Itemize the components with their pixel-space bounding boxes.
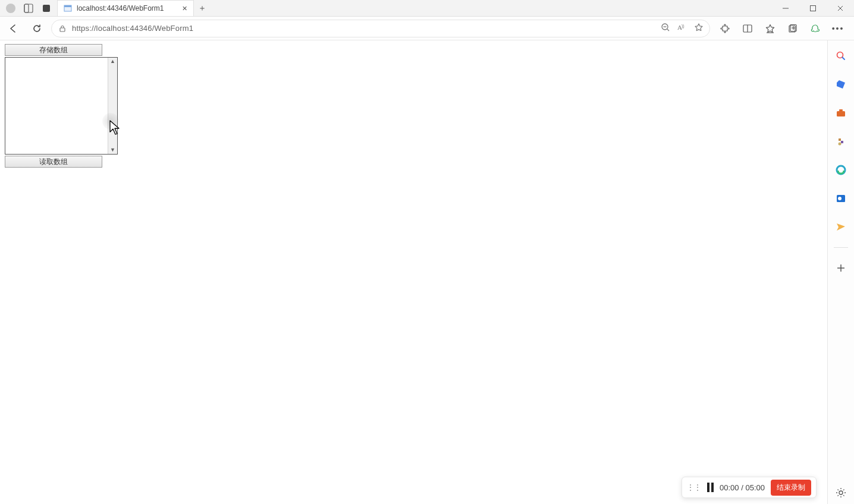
sidebar-send-icon[interactable] <box>833 219 849 235</box>
sidebar-search-icon[interactable] <box>833 48 849 64</box>
tab-actions-icon[interactable] <box>42 4 51 13</box>
svg-rect-9 <box>60 28 65 32</box>
browser-titlebar: localhost:44346/WebForm1 ✕ ＋ <box>0 0 854 17</box>
svg-point-29 <box>838 197 842 200</box>
browser-tab[interactable]: localhost:44346/WebForm1 ✕ <box>57 0 194 16</box>
extensions-icon[interactable] <box>715 18 735 39</box>
svg-rect-4 <box>64 5 71 7</box>
tab-favicon-icon <box>64 4 72 12</box>
url-actions: A)) <box>661 23 704 34</box>
pause-bar-icon <box>707 483 709 492</box>
back-button[interactable] <box>4 19 23 38</box>
svg-point-32 <box>839 491 843 494</box>
collections-icon[interactable] <box>783 18 803 39</box>
svg-text:)): )) <box>682 24 685 29</box>
sidebar-divider <box>834 247 848 248</box>
svg-line-12 <box>667 29 669 31</box>
recorder-pause-button[interactable] <box>707 483 714 492</box>
close-window-button[interactable] <box>827 0 854 16</box>
zoom-out-icon[interactable] <box>661 23 670 34</box>
listbox-content <box>5 58 108 154</box>
window-controls <box>772 0 854 16</box>
minimize-button[interactable] <box>772 0 799 16</box>
array-listbox[interactable]: ▲ ▼ <box>5 57 118 155</box>
pause-bar-icon <box>711 483 714 492</box>
svg-rect-2 <box>43 5 50 12</box>
load-array-button[interactable]: 读取数组 <box>5 156 102 168</box>
screen-recorder-bar: ⋮⋮ 00:00 / 05:00 结束录制 <box>682 477 817 498</box>
save-array-button[interactable]: 存储数组 <box>5 44 102 56</box>
read-aloud-icon[interactable]: A)) <box>677 23 687 34</box>
tab-title: localhost:44346/WebForm1 <box>77 4 177 12</box>
favorite-star-icon[interactable] <box>694 23 704 34</box>
toolbar-actions: ••• <box>715 18 850 39</box>
recorder-drag-handle-icon[interactable]: ⋮⋮ <box>687 483 701 492</box>
favorites-icon[interactable] <box>760 18 780 39</box>
tab-close-icon[interactable]: ✕ <box>182 5 187 12</box>
svg-point-26 <box>839 143 842 146</box>
scroll-down-icon[interactable]: ▼ <box>110 147 115 153</box>
browser-sidebar <box>828 40 854 504</box>
sidebar-settings-icon[interactable] <box>833 487 849 504</box>
split-screen-icon[interactable] <box>737 18 758 39</box>
sidebar-games-icon[interactable] <box>833 133 849 150</box>
refresh-button[interactable] <box>27 19 46 38</box>
workspaces-icon[interactable] <box>24 4 33 13</box>
sidebar-edge-icon[interactable] <box>833 162 849 178</box>
sidebar-shopping-icon[interactable] <box>833 76 849 93</box>
recorder-elapsed: 00:00 <box>720 483 739 492</box>
listbox-scrollbar[interactable]: ▲ ▼ <box>108 58 117 154</box>
sidebar-add-icon[interactable] <box>833 260 849 276</box>
profile-icon[interactable] <box>6 4 15 13</box>
url-text: https://localhost:44346/WebForm1 <box>72 24 656 33</box>
sidebar-outlook-icon[interactable] <box>833 190 849 207</box>
webform-content: 存储数组 ▲ ▼ 读取数组 <box>0 40 827 171</box>
recorder-timer: 00:00 / 05:00 <box>720 483 765 492</box>
svg-line-23 <box>843 58 845 60</box>
sidebar-toolbox-icon[interactable] <box>833 105 849 121</box>
scroll-up-icon[interactable]: ▲ <box>110 59 115 64</box>
recorder-total: 05:00 <box>745 483 765 492</box>
recorder-stop-button[interactable]: 结束录制 <box>771 480 811 496</box>
svg-rect-6 <box>811 5 816 11</box>
more-icon[interactable]: ••• <box>828 18 848 39</box>
svg-rect-1 <box>24 4 29 12</box>
performance-icon[interactable] <box>805 18 825 39</box>
recorder-separator: / <box>741 483 743 492</box>
new-tab-button[interactable]: ＋ <box>194 0 211 16</box>
maximize-button[interactable] <box>799 0 827 16</box>
svg-rect-25 <box>839 109 843 111</box>
page-surface: 存储数组 ▲ ▼ 读取数组 ⋮⋮ <box>0 40 828 504</box>
site-info-icon[interactable] <box>58 24 67 33</box>
browser-addressbar: https://localhost:44346/WebForm1 A)) <box>0 17 854 40</box>
titlebar-left-controls <box>0 0 57 16</box>
url-bar[interactable]: https://localhost:44346/WebForm1 A)) <box>51 20 710 37</box>
browser-viewport: 存储数组 ▲ ▼ 读取数组 ⋮⋮ <box>0 40 854 504</box>
svg-rect-24 <box>837 111 845 116</box>
